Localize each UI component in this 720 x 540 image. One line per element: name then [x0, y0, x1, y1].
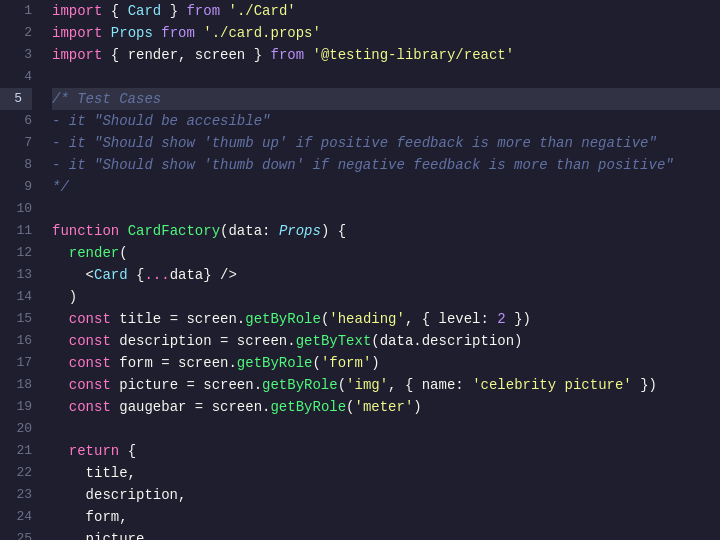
token: render: [69, 245, 119, 261]
token: description,: [52, 487, 186, 503]
token: {: [102, 47, 127, 63]
token: ...: [144, 267, 169, 283]
line-number-11: 11: [0, 220, 32, 242]
token: (data.description): [371, 333, 522, 349]
token: [52, 355, 69, 371]
line-number-18: 18: [0, 374, 32, 396]
code-line-10: [52, 198, 720, 220]
token: }: [245, 47, 270, 63]
token: */: [52, 179, 69, 195]
line-number-23: 23: [0, 484, 32, 506]
token: [52, 399, 69, 415]
token: (: [338, 377, 346, 393]
token: Card: [128, 3, 162, 19]
line-number-21: 21: [0, 440, 32, 462]
code-line-22: title,: [52, 462, 720, 484]
token: ) {: [321, 223, 346, 239]
line-number-22: 22: [0, 462, 32, 484]
code-line-3: import { render, screen } from '@testing…: [52, 44, 720, 66]
code-editor: 1234567891011121314151617181920212223242…: [0, 0, 720, 540]
line-number-25: 25: [0, 528, 32, 540]
token: import: [52, 25, 102, 41]
token: './Card': [228, 3, 295, 19]
line-number-1: 1: [0, 0, 32, 22]
token: Card: [94, 267, 128, 283]
token: description = screen.: [111, 333, 296, 349]
token: import: [52, 3, 102, 19]
token: }): [506, 311, 531, 327]
token: function: [52, 223, 119, 239]
token: 'meter': [355, 399, 414, 415]
line-number-15: 15: [0, 308, 32, 330]
line-number-8: 8: [0, 154, 32, 176]
token: picture,: [52, 531, 153, 540]
token: [119, 223, 127, 239]
code-line-4: [52, 66, 720, 88]
code-line-2: import Props from './card.props': [52, 22, 720, 44]
token: getByRole: [270, 399, 346, 415]
code-line-1: import { Card } from './Card': [52, 0, 720, 22]
token: const: [69, 311, 111, 327]
code-line-8: - it "Should show 'thumb down' if negati…: [52, 154, 720, 176]
line-numbers: 1234567891011121314151617181920212223242…: [0, 0, 42, 540]
code-line-9: */: [52, 176, 720, 198]
token: form,: [52, 509, 128, 525]
line-number-6: 6: [0, 110, 32, 132]
code-area[interactable]: import { Card } from './Card'import Prop…: [42, 0, 720, 540]
token: [102, 25, 110, 41]
line-number-9: 9: [0, 176, 32, 198]
code-line-16: const description = screen.getByText(dat…: [52, 330, 720, 352]
code-line-17: const form = screen.getByRole('form'): [52, 352, 720, 374]
line-number-24: 24: [0, 506, 32, 528]
token: , { name:: [388, 377, 472, 393]
token: 2: [497, 311, 505, 327]
token: [304, 47, 312, 63]
line-number-16: 16: [0, 330, 32, 352]
token: }): [632, 377, 657, 393]
token: title,: [52, 465, 136, 481]
code-line-12: render(: [52, 242, 720, 264]
token: import: [52, 47, 102, 63]
line-number-3: 3: [0, 44, 32, 66]
token: [52, 333, 69, 349]
token: - it "Should show 'thumb up' if positive…: [52, 135, 657, 151]
token: 'img': [346, 377, 388, 393]
line-number-17: 17: [0, 352, 32, 374]
token: return: [69, 443, 119, 459]
token: [128, 267, 136, 283]
token: - it "Should show 'thumb down' if negati…: [52, 157, 674, 173]
token: (: [346, 399, 354, 415]
token: }: [161, 3, 186, 19]
token: from: [270, 47, 304, 63]
token: const: [69, 333, 111, 349]
code-line-21: return {: [52, 440, 720, 462]
code-line-19: const gaugebar = screen.getByRole('meter…: [52, 396, 720, 418]
token: [195, 25, 203, 41]
token: getByRole: [237, 355, 313, 371]
code-line-5: /* Test Cases: [52, 88, 720, 110]
token: [153, 25, 161, 41]
line-number-12: 12: [0, 242, 32, 264]
token: {: [102, 3, 127, 19]
token: 'heading': [329, 311, 405, 327]
token: title = screen.: [111, 311, 245, 327]
token: [52, 443, 69, 459]
token: Props: [279, 223, 321, 239]
token: getByRole: [262, 377, 338, 393]
token: (: [119, 245, 127, 261]
token: getByRole: [245, 311, 321, 327]
token: CardFactory: [128, 223, 220, 239]
line-number-10: 10: [0, 198, 32, 220]
line-number-5: 5: [0, 88, 32, 110]
code-line-25: picture,: [52, 528, 720, 540]
token: ): [371, 355, 379, 371]
token: , { level:: [405, 311, 497, 327]
token: 'celebrity picture': [472, 377, 632, 393]
code-line-14: ): [52, 286, 720, 308]
code-line-7: - it "Should show 'thumb up' if positive…: [52, 132, 720, 154]
token: [52, 245, 69, 261]
token: const: [69, 377, 111, 393]
code-line-23: description,: [52, 484, 720, 506]
code-line-20: [52, 418, 720, 440]
code-line-18: const picture = screen.getByRole('img', …: [52, 374, 720, 396]
